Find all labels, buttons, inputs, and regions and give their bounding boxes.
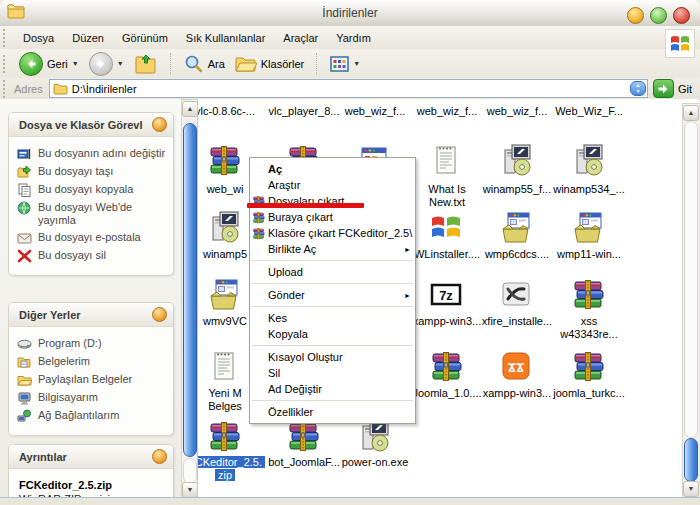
file-item[interactable]: xfire_installe... [480, 277, 554, 311]
details-file-name: FCKeditor_2.5.zip [19, 479, 167, 491]
file-item[interactable]: xssw43343re... [552, 277, 626, 311]
file-item[interactable]: winamp55_f... [480, 143, 554, 177]
back-button[interactable]: Geri ▼ [14, 52, 84, 76]
file-item[interactable]: bot_JoomlaF... [267, 419, 341, 453]
file-item[interactable]: power-on.exe [338, 419, 412, 453]
close-button[interactable] [673, 7, 690, 24]
context-menu-item-buraya-kart[interactable]: Buraya çıkart [250, 209, 415, 225]
sidebar-item-bu-dosyan-n-ad-n-de-i-tir[interactable]: Bu dosyanın adını değiştir [17, 147, 167, 161]
context-menu-item-a-[interactable]: Aç [250, 161, 415, 177]
menu-separator [252, 260, 413, 261]
sidebar-item-payla-lan-belgeler[interactable]: Paylaşılan Belgeler [17, 373, 167, 387]
collapse-button[interactable] [152, 307, 167, 322]
winrar-archive-icon [429, 349, 465, 383]
menu-separator [252, 345, 413, 346]
sidebar-item-label: Bilgisayarım [38, 391, 98, 404]
up-button[interactable] [129, 53, 163, 75]
sidebar-item-bu-dosyay-web-de-yay-mla[interactable]: Bu dosyayı Web'de yayımla [17, 201, 167, 227]
file-item[interactable]: wmp11-win... [552, 210, 626, 244]
winrar-archive-icon [286, 419, 322, 453]
context-menu-item-k-sayol-olu-tur[interactable]: Kısayol Oluştur [250, 349, 415, 365]
content-scrollbar[interactable]: ▲ ▼ [682, 103, 699, 497]
back-dropdown-icon[interactable]: ▼ [72, 60, 79, 67]
7z-archive-icon: 7z [429, 277, 465, 311]
sidebar-item-bilgisayar-m[interactable]: Bilgisayarım [17, 391, 167, 405]
context-menu-item-ara-t-r[interactable]: Araştır [250, 177, 415, 193]
rename-icon [17, 147, 32, 161]
context-menu-item-g-nder[interactable]: Gönder► [250, 287, 415, 303]
address-input[interactable]: D:\İndirilenler ▲▼ [49, 79, 648, 98]
menubar-item-yard-m[interactable]: Yardım [327, 29, 380, 47]
sidebar-scroll-thumb[interactable] [183, 123, 197, 457]
views-dropdown-icon[interactable]: ▼ [353, 60, 360, 67]
no-icon [252, 383, 266, 396]
scroll-up-icon[interactable]: ▲ [182, 101, 198, 117]
sidebar-panel: Dosya ve Klasör GörevlBu dosyanın adını … [8, 112, 174, 276]
sidebar-item-bu-dosyay-sil[interactable]: Bu dosyayı sil [17, 249, 167, 263]
sidebar-item-bu-dosyay-e-postala[interactable]: Bu dosyayı e-postala [17, 231, 167, 245]
sidebar-item-program-d-[interactable]: Program (D:) [17, 337, 167, 351]
context-menu-item--zellikler[interactable]: Özellikler [250, 404, 415, 420]
file-item[interactable]: winamp534_... [552, 143, 626, 177]
file-item[interactable]: ϪϪxampp-win3... [480, 349, 554, 383]
menubar-item-s-k-kullan-lanlar[interactable]: Sık Kullanılanlar [177, 29, 275, 47]
file-item[interactable]: FCKeditor_2.5.zip [197, 419, 262, 453]
search-button[interactable]: Ara [179, 54, 230, 74]
context-menu-item-upload[interactable]: Upload [250, 264, 415, 280]
menu-item-label: Buraya çıkart [268, 211, 411, 223]
file-item[interactable]: wmp6cdcs.... [480, 210, 554, 244]
context-menu-item-ad-de-i-tir[interactable]: Ad Değiştir [250, 381, 415, 397]
no-icon [252, 243, 266, 256]
scroll-up-icon[interactable]: ▲ [683, 105, 699, 121]
views-icon [330, 56, 349, 72]
menu-item-label: Sil [268, 367, 411, 379]
text-document-icon [429, 143, 465, 177]
sidebar-panel-header[interactable]: Diğer Yerler [9, 303, 173, 327]
forward-button[interactable]: ▼ [84, 52, 129, 76]
scroll-down-icon[interactable]: ▼ [182, 482, 198, 498]
collapse-button[interactable] [152, 449, 167, 464]
delete-icon [17, 249, 32, 263]
sidebar-item-bu-dosyay-ta-[interactable]: Bu dosyayı taşı [17, 165, 167, 179]
context-menu-item-klas-re-kart-fckeditor-2[interactable]: Klasöre çıkart FCKeditor_2.5\ [250, 225, 415, 241]
menubar-item-g-r-n-m[interactable]: Görünüm [113, 29, 177, 47]
file-item[interactable]: WLinstaller.... [410, 210, 484, 244]
sidebar-item-label: Bu dosyanın adını değiştir [38, 147, 165, 160]
go-button[interactable] [653, 79, 674, 98]
address-spinner[interactable]: ▲▼ [630, 81, 646, 96]
sidebar-item-a-ba-lant-lar-m[interactable]: Ağ Bağlantılarım [17, 409, 167, 423]
scroll-down-icon[interactable]: ▼ [683, 481, 699, 497]
menubar-item-ara-lar[interactable]: Araçlar [274, 29, 327, 47]
context-menu-item-kes[interactable]: Kes [250, 310, 415, 326]
content-scroll-thumb[interactable] [684, 438, 698, 482]
maximize-button[interactable] [650, 7, 667, 24]
collapse-button[interactable] [152, 117, 167, 132]
sidebar-item-belgelerim[interactable]: Belgelerim [17, 355, 167, 369]
sidebar-panel-header[interactable]: Ayrıntılar [9, 445, 173, 469]
views-button[interactable]: ▼ [325, 56, 365, 72]
sidebar-item-label: Bu dosyayı taşı [38, 165, 113, 178]
email-icon [17, 231, 32, 245]
file-item[interactable]: Joomla_1.0.... [410, 349, 484, 383]
file-item[interactable]: joomla_turkc... [552, 349, 626, 383]
context-menu-item-sil[interactable]: Sil [250, 365, 415, 381]
title-bar: İndirilenler [0, 0, 700, 27]
toolbar-separator [170, 53, 172, 75]
context-menu-item-kopyala[interactable]: Kopyala [250, 326, 415, 342]
file-item-label[interactable]: Web_Wiz_F... [544, 105, 634, 117]
file-item[interactable]: What IsNew.txt [410, 143, 484, 177]
forward-dropdown-icon[interactable]: ▼ [117, 60, 124, 67]
menubar-item-d-zen[interactable]: Düzen [63, 29, 113, 47]
sidebar-panel: Diğer YerlerProgram (D:)BelgelerimPaylaş… [8, 302, 174, 436]
file-list-view[interactable]: vlc-0.8.6c-...vlc_player_8...web_wiz_f..… [197, 99, 699, 497]
context-menu-item-birlikte-a-[interactable]: Birlikte Aç► [250, 241, 415, 257]
sidebar-item-bu-dosyay-kopyala[interactable]: Bu dosyayı kopyala [17, 183, 167, 197]
file-item[interactable]: 7zxampp-win3... [410, 277, 484, 311]
sidebar-panel-header[interactable]: Dosya ve Klasör Görevl [9, 113, 173, 137]
box-installer-icon [571, 210, 607, 244]
menubar-item-dosya[interactable]: Dosya [14, 29, 63, 47]
folders-button[interactable]: Klasörler [230, 55, 309, 73]
minimize-button[interactable] [627, 7, 644, 24]
address-folder-icon [53, 83, 68, 95]
scroll-track [183, 458, 197, 484]
